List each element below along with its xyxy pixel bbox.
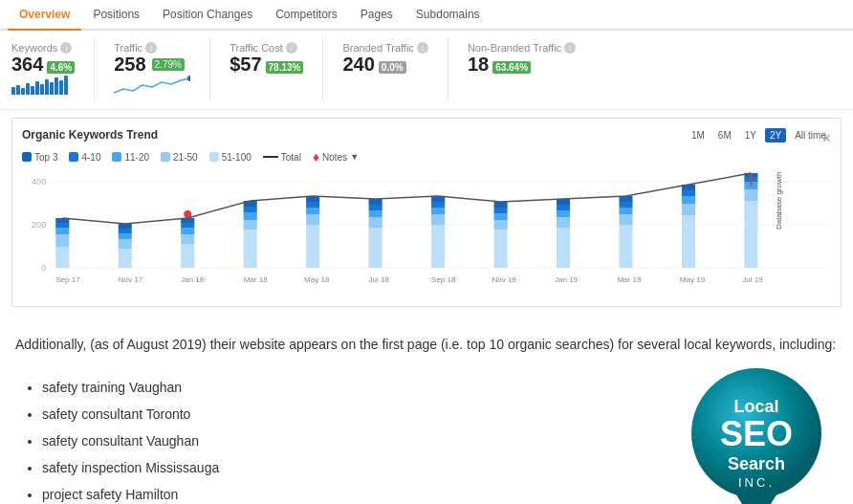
keywords-info-icon[interactable]: i <box>60 42 72 54</box>
chart-area: 400 200 0 <box>22 172 831 296</box>
bar <box>494 213 508 220</box>
tab-competitors[interactable]: Competitors <box>264 0 349 31</box>
bar <box>494 208 508 213</box>
legend-label-21-50: 21-50 <box>173 152 198 163</box>
x-label-mar19: Mar 19 <box>617 275 642 284</box>
notes-chevron-icon: ▼ <box>350 152 359 162</box>
bar <box>682 190 695 196</box>
svg-text:400: 400 <box>32 177 46 186</box>
content-description: Additionally, (as of August 2019) their … <box>15 334 838 355</box>
bar <box>682 215 695 268</box>
company-logo: Local SEO Search INC. <box>685 364 828 504</box>
time-btn-1m[interactable]: 1M <box>687 128 710 142</box>
spark-bar <box>59 80 63 95</box>
traffic-cost-value: $57 <box>230 54 261 76</box>
bar <box>744 189 757 201</box>
bar <box>244 207 257 212</box>
x-label-jan18: Jan 18 <box>181 275 205 284</box>
spark-bar <box>64 76 68 95</box>
time-btn-2y[interactable]: 2Y <box>765 128 786 142</box>
bar <box>369 199 383 205</box>
x-label-nov17: Nov 17 <box>119 275 143 284</box>
svg-text:SEO: SEO <box>720 414 793 453</box>
legend-4-10: 4-10 <box>69 152 100 163</box>
x-label-may19: May 19 <box>680 275 706 284</box>
bar <box>306 202 319 208</box>
tab-position-changes[interactable]: Position Changes <box>151 0 264 31</box>
x-label-jul19: Jul 19 <box>742 275 763 284</box>
bar <box>55 223 69 228</box>
branded-info-icon[interactable]: i <box>417 42 428 54</box>
time-btn-6m[interactable]: 6M <box>713 128 736 142</box>
traffic-cost-info-icon[interactable]: i <box>286 42 297 54</box>
metric-traffic-cost: Traffic Cost i $57 78.13% <box>230 38 323 101</box>
legend-label-total: Total <box>281 152 301 163</box>
nonbranded-traffic-label: Non-Branded Traffic <box>468 42 561 54</box>
legend-21-50: 21-50 <box>161 152 198 163</box>
legend-notes[interactable]: ♦ Notes ▼ <box>313 149 359 164</box>
traffic-cost-label: Traffic Cost <box>230 42 283 54</box>
chart-time-controls: 1M 6M 1Y 2Y All time <box>687 128 831 142</box>
branded-traffic-value: 240 <box>342 54 374 76</box>
x-label-sep17: Sep 17 <box>55 275 80 284</box>
bar <box>682 196 695 204</box>
keywords-label: Keywords <box>11 42 57 54</box>
bar <box>55 228 69 234</box>
nonbranded-info-icon[interactable]: i <box>564 42 576 54</box>
time-btn-1y[interactable]: 1Y <box>740 128 761 142</box>
bar <box>431 214 445 225</box>
traffic-label: Traffic <box>114 42 142 54</box>
bar <box>181 234 194 244</box>
keywords-value: 364 <box>11 54 43 76</box>
bar <box>119 239 132 249</box>
metric-keywords: Keywords i 364 4.6% <box>11 38 95 101</box>
bar <box>431 208 445 214</box>
time-btn-alltime[interactable]: All time <box>790 128 831 142</box>
keywords-list: safety training Vaughan safety consultan… <box>15 374 219 504</box>
bar <box>557 217 570 228</box>
tab-pages[interactable]: Pages <box>349 0 405 31</box>
legend-51-100: 51-100 <box>209 152 252 163</box>
nav-tabs: Overview Positions Position Changes Comp… <box>0 0 853 31</box>
bar <box>369 228 383 268</box>
legend-label-notes: Notes <box>322 152 347 163</box>
bar <box>557 228 570 268</box>
traffic-cost-badge: 78.13% <box>266 61 304 74</box>
legend-dot-4-10 <box>69 152 78 162</box>
legend-11-20: 11-20 <box>112 152 149 163</box>
bar <box>369 217 383 228</box>
bar <box>119 249 132 268</box>
list-item: project safety Hamilton <box>42 481 219 504</box>
legend-dot-total <box>263 156 278 158</box>
total-line <box>62 173 751 224</box>
content-section: Additionally, (as of August 2019) their … <box>0 315 853 504</box>
branded-traffic-badge: 0.0% <box>379 61 406 74</box>
bar <box>119 229 132 233</box>
svg-text:INC.: INC. <box>738 475 775 490</box>
svg-text:Search: Search <box>728 454 785 473</box>
bar <box>306 225 319 268</box>
legend-dot-top3 <box>22 152 32 162</box>
x-label-mar18: Mar 18 <box>244 275 269 284</box>
bar <box>306 214 319 225</box>
bar <box>557 210 570 217</box>
bar <box>369 210 383 217</box>
tab-positions[interactable]: Positions <box>81 0 151 31</box>
bar <box>244 212 257 220</box>
spark-bar <box>16 85 20 95</box>
bar <box>181 223 194 228</box>
metric-nonbranded-traffic: Non-Branded Traffic i 18 63.64% <box>468 38 595 101</box>
legend-label-4-10: 4-10 <box>81 152 100 163</box>
bar <box>181 244 194 268</box>
legend-dot-51-100 <box>209 152 219 162</box>
spark-bar <box>40 84 44 95</box>
chart-annotation: Database growth <box>775 172 783 230</box>
bar <box>619 202 632 208</box>
legend-dot-11-20 <box>112 152 121 162</box>
tab-overview[interactable]: Overview <box>8 0 81 31</box>
traffic-info-icon[interactable]: i <box>145 42 157 54</box>
svg-point-0 <box>187 76 190 81</box>
x-label-may18: May 18 <box>304 275 330 284</box>
tab-subdomains[interactable]: Subdomains <box>405 0 492 31</box>
list-item: safety training Vaughan <box>42 374 219 401</box>
